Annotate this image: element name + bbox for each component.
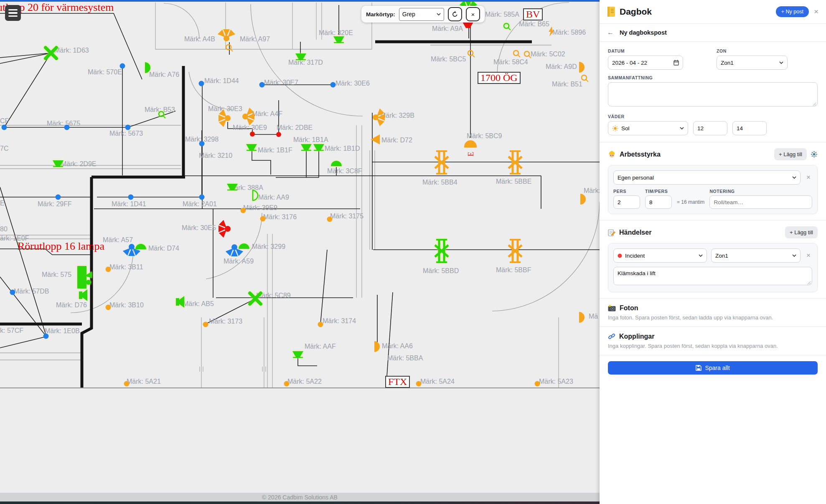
- boxed-annotation: FTX: [385, 376, 410, 388]
- svg-text:E: E: [467, 152, 475, 157]
- note-input[interactable]: [709, 195, 812, 209]
- links-title: Kopplingar: [619, 333, 654, 340]
- chevron-down-icon: [792, 254, 796, 257]
- panel-subheader: ← Ny dagbokspost: [600, 24, 826, 42]
- boxed-annotation: 1700 ÖG: [478, 72, 521, 84]
- gear-icon[interactable]: [811, 151, 818, 158]
- chevron-down-icon: [699, 254, 703, 257]
- zone-label: ZON: [717, 48, 818, 53]
- weather-select[interactable]: Sol: [608, 121, 688, 135]
- links-empty-text: Inga kopplingar. Spara posten först, sed…: [608, 343, 818, 349]
- map-label-fragment: 7C: [0, 145, 8, 152]
- map-marker-label[interactable]: Märk: 5BBA: [387, 355, 423, 362]
- hours-input[interactable]: [645, 195, 672, 209]
- note-label: NOTERING: [709, 189, 812, 194]
- weather-temp-to-input[interactable]: [732, 121, 767, 135]
- chevron-down-icon: [680, 127, 684, 129]
- new-post-button[interactable]: + Ny post: [776, 6, 809, 17]
- pers-input[interactable]: [613, 195, 640, 209]
- zone-select[interactable]: Zon1: [717, 56, 788, 70]
- workforce-type-select[interactable]: Egen personal: [613, 170, 801, 185]
- floppy-icon: [696, 365, 701, 371]
- map-marker-label[interactable]: Märk: A4B: [184, 35, 215, 43]
- photos-title: Foton: [620, 304, 638, 312]
- events-title: Händelser: [619, 229, 651, 236]
- event-card: Incident Zon1 × Klämskada i lift: [608, 243, 818, 292]
- map-marker-label[interactable]: Märk: 5BBF: [496, 266, 531, 274]
- chevron-down-icon: [792, 176, 796, 179]
- weather-temp-from-input[interactable]: [693, 121, 727, 135]
- boxed-annotation: BV: [523, 8, 543, 20]
- panel-header: Dagbok + Ny post ×: [600, 0, 826, 24]
- summary-label: SAMMANFATTNING: [608, 75, 818, 80]
- event-text-textarea[interactable]: Klämskada i lift: [613, 267, 812, 285]
- map-marker-label[interactable]: Märk: 5BB4: [422, 179, 457, 186]
- marker-type-toolbar: Markörtyp: Grep ×: [361, 6, 485, 23]
- memo-pencil-icon: [608, 229, 615, 236]
- notebook-icon: [606, 6, 615, 17]
- map-marker-label[interactable]: Märk: A97: [240, 35, 270, 43]
- map-marker-label[interactable]: Märk: 575: [42, 271, 71, 279]
- panel-close-icon[interactable]: ×: [813, 7, 819, 16]
- workforce-title: Arbetsstyrka: [620, 151, 661, 158]
- event-zone-select[interactable]: Zon1: [711, 248, 801, 263]
- undo-icon: [452, 11, 458, 18]
- calendar-icon: [674, 60, 679, 66]
- hours-label: TIM/PERS: [645, 189, 672, 194]
- sun-icon: [612, 125, 618, 132]
- panel-title: Dagbok: [620, 7, 652, 17]
- close-icon: ×: [471, 11, 475, 18]
- summary-textarea[interactable]: [608, 82, 818, 106]
- chevron-down-icon: [437, 13, 441, 15]
- map-label-fragment: 80: [0, 225, 8, 233]
- link-icon: [608, 333, 615, 340]
- camera-icon: [608, 305, 616, 312]
- worker-icon: [608, 150, 616, 158]
- menu-button[interactable]: [5, 5, 21, 21]
- marker-type-label: Markörtyp:: [366, 11, 395, 18]
- incident-dot-icon: [618, 253, 622, 258]
- red-annotation: Rörutlopp 16 lampa: [18, 241, 104, 252]
- undo-button[interactable]: [448, 7, 462, 21]
- workforce-remove-icon[interactable]: ×: [805, 173, 812, 182]
- event-type-select[interactable]: Incident: [613, 248, 707, 263]
- dagbok-panel: Dagbok + Ny post × ← Ny dagbokspost DATU…: [600, 0, 826, 504]
- save-all-button[interactable]: Spara allt: [608, 361, 818, 375]
- back-arrow-icon[interactable]: ←: [607, 29, 614, 36]
- copyright-text: © 2026 Cadbim Solutions AB: [262, 494, 338, 501]
- map-marker-label[interactable]: Märk: 5BBD: [423, 267, 459, 275]
- mantim-total: = 16 mantim: [677, 199, 704, 209]
- event-remove-icon[interactable]: ×: [805, 251, 812, 260]
- events-add-button[interactable]: + Lägg till: [785, 226, 818, 238]
- pers-label: PERS: [613, 189, 640, 194]
- photos-empty-text: Inga foton. Spara posten först, sedan la…: [608, 314, 818, 321]
- marker-type-select[interactable]: Grep: [399, 8, 444, 21]
- entry-title: Ny dagbokspost: [620, 29, 667, 36]
- menu-icon: [8, 9, 18, 11]
- workforce-add-button[interactable]: + Lägg till: [774, 148, 807, 160]
- chevron-down-icon: [779, 61, 783, 64]
- status-bar: © 2026 Cadbim Solutions AB: [0, 493, 600, 501]
- workforce-card: Egen personal × PERS TIM/PERS = 16 manti…: [608, 165, 818, 214]
- map-label-fragment: E: [0, 200, 5, 207]
- date-label: DATUM: [608, 48, 709, 53]
- map-marker-label[interactable]: Märk: 30E5: [182, 224, 216, 232]
- close-marker-tool-button[interactable]: ×: [466, 7, 480, 21]
- date-input[interactable]: 2026 - 04 - 22: [608, 56, 683, 70]
- map-marker-label[interactable]: Märk: 5BBE: [496, 178, 531, 185]
- weather-label: VÄDER: [608, 114, 818, 119]
- map-label-fragment: k: 57CF: [0, 327, 23, 334]
